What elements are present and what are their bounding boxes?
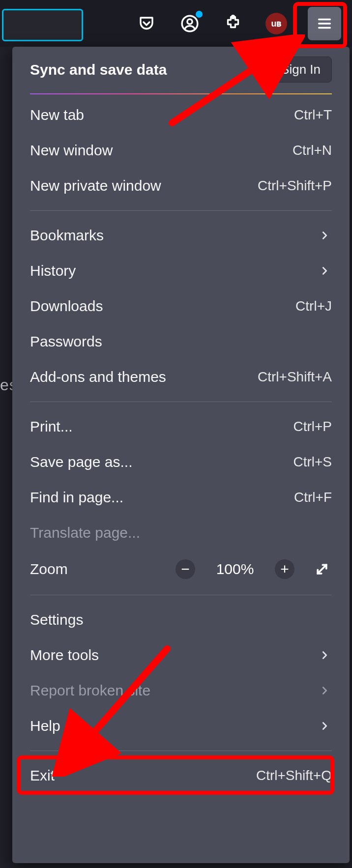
menu-item-exit[interactable]: Exit Ctrl+Shift+Q: [12, 758, 350, 793]
menu-shortcut: Ctrl+Shift+A: [258, 369, 332, 385]
menu-shortcut: Ctrl+J: [295, 298, 332, 314]
menu-item-find-in-page[interactable]: Find in page... Ctrl+F: [12, 480, 350, 515]
zoom-out-button[interactable]: −: [176, 559, 195, 579]
account-icon[interactable]: [178, 12, 202, 35]
separator: [30, 402, 332, 402]
svg-point-1: [187, 19, 192, 24]
menu-shortcut: Ctrl+Shift+P: [258, 178, 332, 194]
menu-label: Passwords: [30, 333, 102, 350]
zoom-in-button[interactable]: +: [275, 559, 294, 579]
menu-label: New private window: [30, 177, 161, 194]
menu-item-settings[interactable]: Settings: [12, 602, 350, 637]
chevron-right-icon: [317, 683, 332, 698]
separator: [30, 210, 332, 211]
chevron-right-icon: [317, 719, 332, 733]
separator: [30, 595, 332, 595]
sign-in-button[interactable]: Sign In: [269, 57, 332, 83]
gradient-separator: [30, 93, 332, 94]
address-bar[interactable]: [2, 9, 83, 41]
chevron-right-icon: [317, 263, 332, 278]
notification-dot-icon: [196, 11, 203, 18]
extensions-icon[interactable]: [221, 12, 245, 35]
menu-item-passwords[interactable]: Passwords: [12, 324, 350, 359]
chevron-right-icon: [317, 228, 332, 243]
menu-item-history[interactable]: History: [12, 253, 350, 289]
fullscreen-icon[interactable]: [312, 559, 332, 579]
menu-shortcut: Ctrl+N: [293, 143, 332, 158]
menu-label: New tab: [30, 107, 84, 123]
sync-row[interactable]: Sync and save data Sign In: [12, 47, 350, 93]
app-menu-panel: Sync and save data Sign In New tab Ctrl+…: [12, 47, 350, 863]
menu-label: Help: [30, 718, 60, 734]
menu-label: Find in page...: [30, 489, 123, 506]
menu-item-bookmarks[interactable]: Bookmarks: [12, 218, 350, 253]
menu-label: Downloads: [30, 298, 103, 315]
menu-shortcut: Ctrl+F: [294, 490, 332, 505]
menu-item-more-tools[interactable]: More tools: [12, 637, 350, 673]
menu-shortcut: Ctrl+S: [293, 454, 332, 470]
menu-item-zoom: Zoom − 100% +: [12, 550, 350, 588]
menu-item-translate-page: Translate page...: [12, 515, 350, 550]
menu-item-new-tab[interactable]: New tab Ctrl+T: [12, 97, 350, 133]
menu-shortcut: Ctrl+T: [294, 107, 332, 123]
menu-item-help[interactable]: Help: [12, 708, 350, 744]
menu-label: Add-ons and themes: [30, 369, 166, 385]
pocket-icon[interactable]: [135, 12, 158, 35]
sync-title: Sync and save data: [30, 61, 167, 78]
zoom-value: 100%: [213, 561, 257, 578]
svg-line-6: [318, 565, 326, 574]
chevron-right-icon: [317, 648, 332, 663]
menu-item-new-private-window[interactable]: New private window Ctrl+Shift+P: [12, 168, 350, 203]
app-menu-button[interactable]: [308, 7, 341, 40]
browser-toolbar: uʙ: [0, 0, 352, 47]
svg-point-2: [232, 15, 235, 18]
menu-label: Settings: [30, 611, 83, 628]
menu-label: More tools: [30, 647, 99, 664]
menu-item-addons[interactable]: Add-ons and themes Ctrl+Shift+A: [12, 359, 350, 395]
menu-shortcut: Ctrl+Shift+Q: [256, 768, 332, 783]
zoom-label: Zoom: [30, 561, 68, 578]
menu-label: Bookmarks: [30, 227, 104, 244]
separator: [30, 751, 332, 751]
menu-label: Print...: [30, 418, 73, 435]
menu-item-save-page-as[interactable]: Save page as... Ctrl+S: [12, 444, 350, 480]
menu-item-print[interactable]: Print... Ctrl+P: [12, 409, 350, 444]
menu-label: History: [30, 262, 76, 279]
menu-item-new-window[interactable]: New window Ctrl+N: [12, 133, 350, 168]
menu-label: Exit: [30, 767, 55, 784]
menu-label: Report broken site: [30, 682, 150, 699]
menu-label: Save page as...: [30, 454, 132, 470]
ublock-icon[interactable]: uʙ: [264, 12, 288, 35]
menu-label: Translate page...: [30, 524, 140, 541]
menu-item-downloads[interactable]: Downloads Ctrl+J: [12, 289, 350, 324]
menu-shortcut: Ctrl+P: [293, 419, 332, 434]
menu-item-report-broken-site: Report broken site: [12, 673, 350, 708]
menu-label: New window: [30, 142, 113, 159]
toolbar-icons: uʙ: [135, 0, 341, 47]
